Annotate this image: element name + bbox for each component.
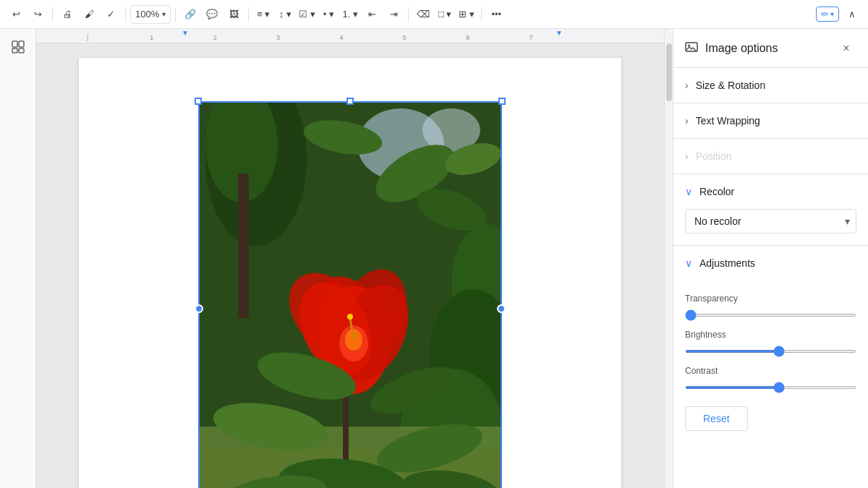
toolbar-separator-4 xyxy=(248,7,249,22)
more-button[interactable]: ••• xyxy=(486,4,506,25)
page-nav-icon[interactable] xyxy=(7,36,29,58)
resize-handle-tr[interactable] xyxy=(498,98,506,105)
svg-rect-0 xyxy=(12,41,17,47)
left-sidebar xyxy=(0,29,36,488)
border-button[interactable]: □ ▾ xyxy=(435,4,455,25)
doc-page xyxy=(79,58,621,488)
collapse-toolbar-button[interactable]: ∧ xyxy=(842,4,862,25)
chevron-position: › xyxy=(685,150,689,162)
resize-handle-tl[interactable] xyxy=(195,98,202,105)
brightness-slider[interactable] xyxy=(685,350,856,353)
transparency-slider-container xyxy=(685,308,856,322)
align-button[interactable]: ≡ ▾ xyxy=(253,4,273,25)
indent-more-button[interactable]: ⇥ xyxy=(383,4,404,25)
brightness-slider-container xyxy=(685,344,856,359)
toolbar-separator-5 xyxy=(408,7,409,22)
ruler-4: 4 xyxy=(339,34,343,41)
svg-point-30 xyxy=(347,314,353,320)
section-adjustments-header[interactable]: ∨ Adjustments xyxy=(673,246,868,281)
resize-handle-tm[interactable] xyxy=(346,98,354,105)
svg-rect-1 xyxy=(19,41,24,47)
zoom-value: 100% xyxy=(135,9,159,20)
contrast-slider-container xyxy=(685,380,856,395)
section-text-wrapping: › Text Wrapping xyxy=(673,103,868,139)
transparency-label: Transparency xyxy=(685,294,856,304)
ruler-5: 5 xyxy=(403,34,407,41)
clear-format-button[interactable]: ⌫ xyxy=(413,4,433,25)
svg-rect-3 xyxy=(19,48,24,53)
chevron-recolor: ∨ xyxy=(685,186,692,197)
panel-image-icon xyxy=(685,40,698,56)
image-button[interactable]: 🖼 xyxy=(224,4,244,25)
ruler-2: 2 xyxy=(213,34,217,41)
checklist-button[interactable]: ☑ ▾ xyxy=(297,4,317,25)
ruler-origin: | xyxy=(87,34,88,41)
section-size-rotation-title: Size & Rotation xyxy=(696,80,766,91)
print-button[interactable]: 🖨 xyxy=(57,4,77,25)
right-panel: Image options × › Size & Rotation › Text… xyxy=(673,29,868,488)
toolbar-insert-group: 🔗 💬 🖼 xyxy=(180,4,244,25)
panel-close-button[interactable]: × xyxy=(836,38,856,59)
bullet-list-button[interactable]: • ▾ xyxy=(318,4,339,25)
section-position-title: Position xyxy=(696,150,732,162)
redo-button[interactable]: ↪ xyxy=(27,4,48,25)
image-wrapper xyxy=(129,101,571,488)
scrollbar-thumb[interactable] xyxy=(666,43,672,101)
paint-format-button[interactable]: 🖌 xyxy=(79,4,99,25)
ruler-top: | 1 2 3 4 5 6 7 ▼ ▼ xyxy=(36,29,664,43)
toolbar-align-group: ≡ ▾ ↕ ▾ ☑ ▾ • ▾ 1. ▾ ⇤ ⇥ xyxy=(253,4,404,25)
reset-button[interactable]: Reset xyxy=(685,406,748,431)
pen-arrow: ▾ xyxy=(830,10,834,18)
recolor-select-wrapper[interactable]: No recolor Light 1 Light 2 Dark 1 Dark 2… xyxy=(685,209,856,234)
image-selection[interactable] xyxy=(198,101,502,488)
numbered-list-button[interactable]: 1. ▾ xyxy=(340,4,360,25)
ruler-6: 6 xyxy=(466,34,469,41)
recolor-select[interactable]: No recolor Light 1 Light 2 Dark 1 Dark 2… xyxy=(686,210,856,233)
recolor-body: No recolor Light 1 Light 2 Dark 1 Dark 2… xyxy=(673,209,868,245)
svg-rect-7 xyxy=(238,174,249,318)
section-position: › Position xyxy=(673,139,868,174)
adjustments-body: Transparency Brightness Contrast Reset xyxy=(673,281,868,442)
transparency-slider[interactable] xyxy=(685,314,856,317)
panel-title: Image options xyxy=(705,42,836,55)
section-adjustments-title: Adjustments xyxy=(699,257,755,269)
ruler-1: 1 xyxy=(150,34,153,41)
ruler-marks: | 1 2 3 4 5 6 7 ▼ ▼ xyxy=(87,29,613,43)
indent-less-button[interactable]: ⇤ xyxy=(362,4,382,25)
ruler-tab-marker: ▼ xyxy=(182,29,189,37)
toolbar-separator-2 xyxy=(125,7,126,22)
chevron-text-wrapping: › xyxy=(685,115,689,127)
section-recolor-title: Recolor xyxy=(699,186,734,197)
ruler-7: 7 xyxy=(529,34,533,41)
section-recolor-header[interactable]: ∨ Recolor xyxy=(673,174,868,209)
toolbar: ↩ ↪ 🖨 🖌 ✓ 100% ▾ 🔗 💬 🖼 ≡ ▾ ↕ ▾ ☑ ▾ • ▾ 1… xyxy=(0,0,868,29)
comment-button[interactable]: 💬 xyxy=(202,4,222,25)
undo-button[interactable]: ↩ xyxy=(6,4,26,25)
zoom-arrow: ▾ xyxy=(162,10,166,18)
resize-handle-mr[interactable] xyxy=(497,304,506,313)
pen-icon: ✏ xyxy=(821,9,829,20)
toolbar-separator-6 xyxy=(481,7,482,22)
spellcheck-button[interactable]: ✓ xyxy=(101,4,121,25)
section-size-rotation-header[interactable]: › Size & Rotation xyxy=(673,68,868,103)
toolbar-history-group: ↩ ↪ xyxy=(6,4,48,25)
svg-point-39 xyxy=(688,44,690,46)
main-area: | 1 2 3 4 5 6 7 ▼ ▼ xyxy=(0,29,868,488)
table-button[interactable]: ⊞ ▾ xyxy=(456,4,477,25)
contrast-slider[interactable] xyxy=(685,386,856,389)
chevron-size-rotation: › xyxy=(685,80,689,91)
doc-area[interactable]: | 1 2 3 4 5 6 7 ▼ ▼ xyxy=(36,29,664,488)
section-text-wrapping-title: Text Wrapping xyxy=(696,115,760,127)
section-text-wrapping-header[interactable]: › Text Wrapping xyxy=(673,103,868,138)
document-image[interactable] xyxy=(198,101,502,488)
zoom-control[interactable]: 100% ▾ xyxy=(130,5,171,24)
link-button[interactable]: 🔗 xyxy=(180,4,200,25)
toolbar-separator-1 xyxy=(52,7,53,22)
brightness-label: Brightness xyxy=(685,330,856,340)
resize-handle-ml[interactable] xyxy=(195,304,203,313)
vertical-scrollbar[interactable] xyxy=(664,29,673,488)
section-position-header: › Position xyxy=(673,139,868,174)
doc-scroll xyxy=(36,43,664,488)
section-size-rotation: › Size & Rotation xyxy=(673,68,868,103)
line-spacing-button[interactable]: ↕ ▾ xyxy=(275,4,295,25)
